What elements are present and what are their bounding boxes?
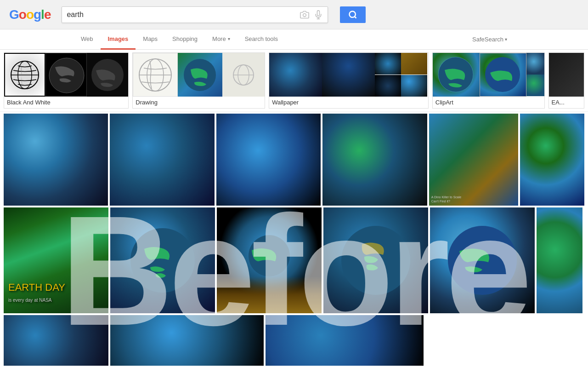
logo-g2: g bbox=[34, 7, 41, 22]
image-tile-11[interactable] bbox=[430, 207, 535, 313]
category-black-and-white[interactable]: Black And White bbox=[4, 52, 129, 109]
nav-shopping[interactable]: Shopping bbox=[165, 29, 205, 50]
search-icon bbox=[348, 10, 357, 19]
image-tile-3[interactable] bbox=[216, 114, 321, 206]
wallpaper-img-3 bbox=[375, 53, 428, 97]
mic-icon[interactable] bbox=[314, 10, 323, 19]
nav-maps[interactable]: Maps bbox=[136, 29, 165, 50]
search-button[interactable] bbox=[340, 6, 366, 23]
safe-search[interactable]: SafeSearch ▾ bbox=[465, 29, 514, 50]
chevron-down-icon-safesearch: ▾ bbox=[505, 37, 507, 42]
category-drawing-label: Drawing bbox=[133, 97, 265, 108]
nav-search-tools[interactable]: Search tools bbox=[237, 29, 285, 50]
image-rows-area: A Dino Killer to ScaleCan't Find it? EAR… bbox=[0, 112, 588, 368]
top-bar: Google earth bbox=[0, 0, 588, 29]
clipart-img-1 bbox=[433, 53, 480, 97]
bw-globe-2 bbox=[45, 53, 87, 97]
category-wallpaper-label: Wallpaper bbox=[269, 97, 428, 108]
logo-o1: o bbox=[19, 7, 26, 22]
image-tile-8[interactable] bbox=[110, 207, 215, 313]
category-bw-images bbox=[4, 53, 128, 97]
image-row-3 bbox=[4, 315, 584, 366]
search-input[interactable]: earth bbox=[67, 11, 300, 19]
nav-web[interactable]: Web bbox=[74, 29, 101, 50]
search-icons bbox=[300, 10, 323, 19]
svg-point-0 bbox=[303, 13, 306, 17]
category-bw-label: Black And White bbox=[4, 97, 128, 108]
image-tile-15[interactable] bbox=[266, 315, 424, 366]
google-logo[interactable]: Google bbox=[9, 7, 51, 22]
image-tile-9[interactable] bbox=[217, 207, 322, 313]
clipart-img-rest bbox=[526, 53, 544, 97]
image-tile-7[interactable]: EARTH DAYis every day at NASA bbox=[4, 207, 108, 313]
nav-more[interactable]: More ▾ bbox=[205, 29, 237, 50]
category-wallpaper-images bbox=[269, 53, 428, 97]
image-tile-5[interactable]: A Dino Killer to ScaleCan't Find it? bbox=[429, 114, 519, 206]
wallpaper-img-1 bbox=[269, 53, 322, 97]
category-partial[interactable]: EA... bbox=[548, 52, 584, 109]
bw-globe-1 bbox=[4, 53, 45, 97]
nav-images[interactable]: Images bbox=[101, 29, 136, 50]
svg-point-1 bbox=[350, 11, 356, 17]
image-tile-10[interactable] bbox=[323, 207, 428, 313]
image-row-1: A Dino Killer to ScaleCan't Find it? bbox=[4, 114, 584, 206]
content-area: Black And White bbox=[0, 50, 588, 368]
nav-bar: Web Images Maps Shopping More ▾ Search t… bbox=[0, 29, 588, 50]
search-box: earth bbox=[62, 6, 328, 23]
logo-e: e bbox=[44, 7, 51, 22]
drawing-globe-3 bbox=[222, 53, 265, 97]
image-tile-14[interactable] bbox=[110, 315, 264, 366]
logo-g: G bbox=[9, 7, 19, 22]
logo-l: l bbox=[41, 7, 44, 22]
category-strip: Black And White bbox=[0, 50, 588, 112]
image-tile-2[interactable] bbox=[110, 114, 214, 206]
image-tile-12[interactable] bbox=[537, 207, 582, 313]
category-drawing[interactable]: Drawing bbox=[132, 52, 265, 109]
drawing-globe-1 bbox=[133, 53, 177, 97]
drawing-globe-2 bbox=[178, 53, 222, 97]
category-clipart-images bbox=[433, 53, 544, 97]
category-partial-images bbox=[549, 53, 584, 97]
image-tile-6[interactable] bbox=[520, 114, 584, 206]
category-partial-label: EA... bbox=[549, 97, 584, 108]
wallpaper-img-2 bbox=[322, 53, 375, 97]
category-clipart[interactable]: ClipArt bbox=[432, 52, 545, 109]
bw-globe-3 bbox=[87, 53, 128, 97]
camera-icon[interactable] bbox=[300, 10, 309, 19]
category-drawing-images bbox=[133, 53, 265, 97]
logo-o2: o bbox=[26, 7, 34, 22]
category-clipart-label: ClipArt bbox=[433, 97, 544, 108]
image-tile-4[interactable] bbox=[322, 114, 427, 206]
image-tile-1[interactable] bbox=[4, 114, 108, 206]
svg-point-18 bbox=[130, 228, 195, 293]
image-tile-13[interactable] bbox=[4, 315, 108, 366]
chevron-down-icon: ▾ bbox=[228, 36, 230, 41]
image-row-2: EARTH DAYis every day at NASA bbox=[4, 207, 584, 313]
category-wallpaper[interactable]: Wallpaper bbox=[269, 52, 429, 109]
clipart-img-2 bbox=[480, 53, 526, 97]
